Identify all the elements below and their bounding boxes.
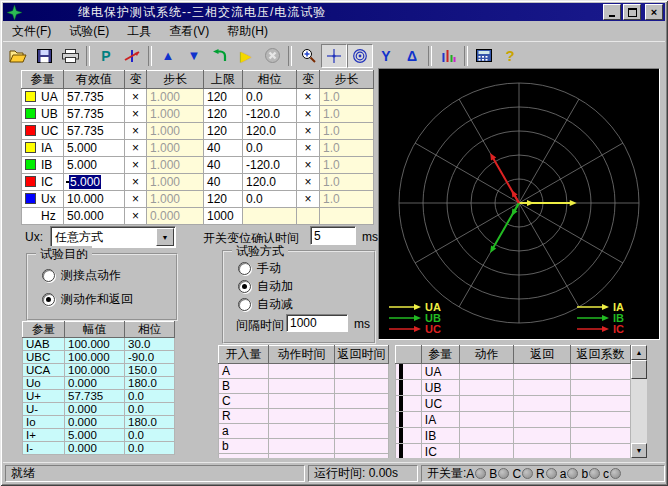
- value-cell[interactable]: 10.000: [64, 191, 125, 208]
- vary-toggle[interactable]: ×: [125, 191, 147, 208]
- bar-chart-button[interactable]: [435, 44, 461, 68]
- vary-toggle[interactable]: ×: [125, 208, 147, 225]
- step-cell[interactable]: 1.000: [147, 157, 204, 174]
- menu-test[interactable]: 试验(E): [60, 21, 118, 42]
- step-cell[interactable]: 1.000: [147, 106, 204, 123]
- interval-input[interactable]: [286, 314, 348, 332]
- menu-tools[interactable]: 工具: [118, 21, 160, 42]
- stop-button[interactable]: [259, 44, 285, 68]
- checkbox[interactable]: [399, 380, 403, 396]
- phasor-button[interactable]: [119, 44, 145, 68]
- checkbox[interactable]: [399, 396, 403, 412]
- value-cell[interactable]: 5.000: [64, 140, 125, 157]
- phase-cell[interactable]: -120.0: [243, 106, 297, 123]
- radio-contact-action[interactable]: 测接点动作: [42, 267, 121, 284]
- limit-cell[interactable]: 40: [204, 157, 243, 174]
- save-button[interactable]: [31, 44, 57, 68]
- phase-cell[interactable]: 120.0: [243, 174, 297, 191]
- step-cell[interactable]: 1.0: [320, 106, 374, 123]
- radio-icon[interactable]: [238, 298, 251, 311]
- step-cell[interactable]: 1.000: [147, 191, 204, 208]
- scroll-up-button[interactable]: ▲: [631, 345, 647, 360]
- vary-toggle[interactable]: ×: [297, 89, 320, 106]
- value-cell[interactable]: 57.735: [64, 123, 125, 140]
- checkbox[interactable]: [399, 364, 403, 380]
- ux-mode-select[interactable]: 任意方式 ▼: [50, 226, 176, 248]
- maximize-button[interactable]: [623, 4, 641, 20]
- vary-toggle[interactable]: ×: [125, 157, 147, 174]
- radio-icon[interactable]: [238, 262, 251, 275]
- phase-cell[interactable]: 0.0: [243, 191, 297, 208]
- close-button[interactable]: ×: [645, 4, 663, 20]
- phase-cell[interactable]: -120.0: [243, 157, 297, 174]
- radio-auto-decrease[interactable]: 自动减: [238, 296, 293, 313]
- start-button[interactable]: ▶: [233, 44, 259, 68]
- delta-connection-button[interactable]: Δ: [399, 44, 425, 68]
- vary-toggle[interactable]: ×: [125, 106, 147, 123]
- menu-help[interactable]: 帮助(H): [218, 21, 277, 42]
- step-cell[interactable]: 1.000: [147, 89, 204, 106]
- p-mode-button[interactable]: P: [93, 44, 119, 68]
- step-cell[interactable]: 1.0: [320, 123, 374, 140]
- value-cell[interactable]: 57.735: [64, 106, 125, 123]
- value-cell-editing[interactable]: 5.000: [64, 174, 125, 191]
- limit-cell[interactable]: 120: [204, 106, 243, 123]
- step-cell[interactable]: 1.0: [320, 191, 374, 208]
- vary-toggle[interactable]: ×: [297, 157, 320, 174]
- radio-auto-increase[interactable]: 自动加: [238, 278, 293, 295]
- value-cell[interactable]: 57.735: [64, 89, 125, 106]
- step-cell[interactable]: 1.000: [147, 123, 204, 140]
- limit-cell[interactable]: 120: [204, 89, 243, 106]
- vary-toggle[interactable]: ×: [297, 106, 320, 123]
- phase-cell[interactable]: 0.0: [243, 89, 297, 106]
- vary-toggle[interactable]: ×: [125, 140, 147, 157]
- scrollbar-thumb[interactable]: [631, 360, 647, 379]
- checkbox[interactable]: [399, 428, 403, 444]
- vary-toggle[interactable]: ×: [297, 191, 320, 208]
- scroll-down-button[interactable]: ▼: [631, 443, 647, 458]
- undo-button[interactable]: [207, 44, 233, 68]
- increase-button[interactable]: ▲: [155, 44, 181, 68]
- value-edit-box[interactable]: 5.000: [66, 181, 70, 183]
- limit-cell[interactable]: 40: [204, 140, 243, 157]
- vary-toggle[interactable]: ×: [125, 174, 147, 191]
- checkbox[interactable]: [399, 412, 403, 428]
- zoom-button[interactable]: [295, 44, 321, 68]
- vary-toggle[interactable]: ×: [297, 140, 320, 157]
- vary-toggle[interactable]: ×: [125, 123, 147, 140]
- decrease-button[interactable]: ▼: [181, 44, 207, 68]
- radio-icon[interactable]: [42, 269, 55, 282]
- dropdown-button[interactable]: ▼: [156, 228, 174, 246]
- phase-cell[interactable]: 120.0: [243, 123, 297, 140]
- menu-file[interactable]: 文件(F): [3, 21, 60, 42]
- step-cell[interactable]: 1.0: [320, 174, 374, 191]
- polar-view-button[interactable]: [347, 44, 373, 68]
- checkbox[interactable]: [399, 444, 403, 459]
- step-cell[interactable]: 1.000: [147, 174, 204, 191]
- confirm-time-input[interactable]: [310, 226, 356, 245]
- menu-view[interactable]: 查看(V): [160, 21, 218, 42]
- help-button[interactable]: ?: [497, 44, 523, 68]
- step-cell[interactable]: 1.0: [320, 140, 374, 157]
- limit-cell[interactable]: 40: [204, 174, 243, 191]
- radio-action-and-return[interactable]: 测动作和返回: [42, 291, 133, 308]
- value-cell[interactable]: 5.000: [64, 157, 125, 174]
- crosshair-view-button[interactable]: [321, 44, 347, 68]
- vertical-scrollbar[interactable]: ▲ ▼: [631, 345, 647, 458]
- step-cell[interactable]: 1.0: [320, 157, 374, 174]
- calculator-button[interactable]: [471, 44, 497, 68]
- limit-cell[interactable]: 120: [204, 191, 243, 208]
- wye-connection-button[interactable]: Y: [373, 44, 399, 68]
- limit-cell[interactable]: 120: [204, 123, 243, 140]
- step-cell[interactable]: 1.000: [147, 140, 204, 157]
- vary-toggle[interactable]: ×: [297, 123, 320, 140]
- vary-toggle[interactable]: ×: [297, 174, 320, 191]
- vary-toggle[interactable]: ×: [125, 89, 147, 106]
- print-button[interactable]: [57, 44, 83, 68]
- value-cell[interactable]: 50.000: [64, 208, 125, 225]
- limit-cell[interactable]: 1000: [204, 208, 243, 225]
- open-button[interactable]: [5, 44, 31, 68]
- radio-manual[interactable]: 手动: [238, 260, 281, 277]
- step-cell[interactable]: 0.000: [147, 208, 204, 225]
- step-cell[interactable]: 1.0: [320, 89, 374, 106]
